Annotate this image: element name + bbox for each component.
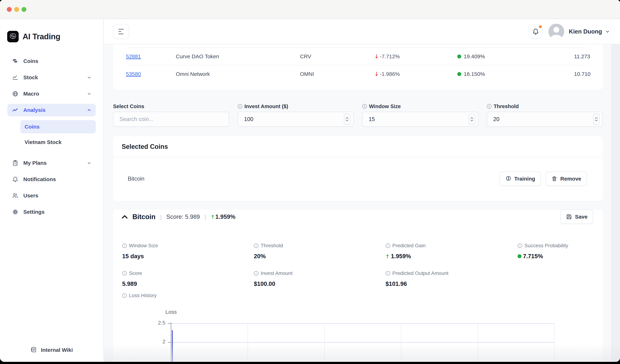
sidebar-item-my-plans[interactable]: My Plans [7,157,96,169]
green-dot-icon [457,72,461,76]
chevron-down-icon [86,91,92,96]
invest-amount-input[interactable] [244,116,344,122]
green-dot-icon [457,55,461,59]
info-icon: i [254,271,259,275]
coin-id-link[interactable]: 52881 [126,53,176,60]
wiki-book-icon [31,347,37,354]
training-button[interactable]: Training [500,172,541,186]
sidebar-item-analysis[interactable]: Analysis [7,104,96,116]
analysis-controls: Select Coins i Invest Amount ($) [113,103,603,127]
result-header: Bitcoin | Score: 5.989 | 1.959% Save [122,210,593,224]
collapse-chevron-icon[interactable] [122,214,128,219]
minimize-window-button[interactable] [14,7,19,12]
selected-coin-name: Bitcoin [128,176,144,182]
threshold-field: i Threshold [487,103,603,127]
stock-chart-icon [12,74,18,81]
chevron-down-icon [86,160,92,166]
window-titlebar [0,0,620,19]
number-stepper[interactable] [469,114,475,125]
gear-icon [12,209,18,215]
info-icon: i [362,104,367,109]
sidebar-subitem-analysis-coins[interactable]: Coins [20,120,96,133]
sidebar-item-macro[interactable]: Macro [7,88,96,100]
selected-coins-card: Selected Coins Bitcoin Training [113,136,603,201]
brain-logo-icon [7,31,19,42]
gridline [401,323,401,362]
main-area: Kien Duong 52881 Curve DAO Token CRV -7.… [104,19,620,362]
stat-predicted-gain: iPredicted Gain 1.959% [386,243,518,260]
fullscreen-window-button[interactable] [22,7,26,12]
sidebar-item-settings[interactable]: Settings [7,206,96,218]
bell-icon [12,176,18,182]
result-coin-name: Bitcoin [132,213,155,221]
notifications-button[interactable] [528,24,543,39]
coin-symbol: CRV [300,53,374,60]
chevron-up-icon [86,107,92,113]
chart-plot-area: 2.5 2 [171,323,555,362]
number-stepper[interactable] [344,114,350,125]
y-tick-label: 2.5 [147,320,165,326]
stat-success-probability: iSuccess Probability 7.715% [518,243,594,260]
topbar: Kien Duong [104,19,620,44]
sidebar-item-label: Coins [23,58,38,64]
app-window: AI Trading Coins Stock [0,0,620,362]
coin-name: Curve DAO Token [176,53,300,60]
user-menu-chevron-icon[interactable] [604,29,610,34]
window-size-input[interactable] [369,116,469,122]
brand: AI Trading [7,31,103,42]
sidebar-item-label: Users [23,193,38,199]
sidebar-toggle-button[interactable] [113,24,129,39]
sidebar-item-label: Notifications [23,176,56,182]
arrow-down-icon [374,54,379,59]
table-row: 52881 Curve DAO Token CRV -7.712% 19.409… [126,47,590,65]
loss-line-series [172,330,173,362]
threshold-input[interactable] [493,116,593,122]
sidebar-item-notifications[interactable]: Notifications [7,173,96,186]
axis-tick [168,342,171,343]
coin-value: 11.273 [574,53,611,60]
separator: | [204,213,206,220]
remove-button[interactable]: Remove [545,172,587,186]
clipboard-icon [12,160,18,166]
gridline [171,342,555,343]
window-size-label: i Window Size [362,103,478,110]
separator: | [160,213,162,220]
internal-wiki-link[interactable]: Internal Wiki [0,347,103,354]
sidebar-item-label: Macro [23,91,39,97]
search-coin-input[interactable] [120,116,226,122]
sidebar-nav: Coins Stock Macro [0,55,103,218]
sidebar-subitem-label: Vietnam Stock [25,139,62,145]
gridline [554,323,555,362]
close-window-button[interactable] [7,7,12,12]
sidebar-item-users[interactable]: Users [7,189,96,202]
sidebar-item-label: Settings [23,209,45,215]
sidebar-item-stock[interactable]: Stock [7,71,96,84]
sidebar-item-label: My Plans [23,160,47,166]
info-icon: i [518,243,522,248]
topbar-right: Kien Duong [528,24,610,39]
sidebar-subitem-vietnam-stock[interactable]: Vietnam Stock [20,136,96,149]
chart-title: Loss [165,309,177,315]
invest-amount-field: i Invest Amount ($) [238,103,354,127]
info-icon: i [122,271,127,275]
green-dot-icon [518,254,522,258]
window-size-field: i Window Size [362,103,478,127]
number-stepper[interactable] [593,114,600,125]
arrow-up-icon [386,254,389,259]
stat-invest-amount: iInvest Amount $100.00 [254,270,386,288]
save-icon [566,214,572,220]
loss-history-label: i Loss History [122,292,594,299]
result-score: Score: 5.989 [166,213,200,220]
selected-coin-row: Bitcoin Training Remove [113,157,603,200]
selected-coins-title: Selected Coins [113,136,603,151]
select-coins-label: Select Coins [113,103,229,110]
scrollbar-track[interactable] [611,44,620,362]
coin-name: Omni Network [176,71,300,77]
sidebar-item-coins[interactable]: Coins [7,55,96,67]
coin-id-link[interactable]: 53580 [126,71,176,77]
info-icon: i [487,104,492,109]
internal-wiki-label: Internal Wiki [41,347,73,353]
save-button[interactable]: Save [560,210,593,224]
avatar[interactable] [548,24,564,39]
stat-window-size: iWindow Size 15 days [122,243,254,260]
